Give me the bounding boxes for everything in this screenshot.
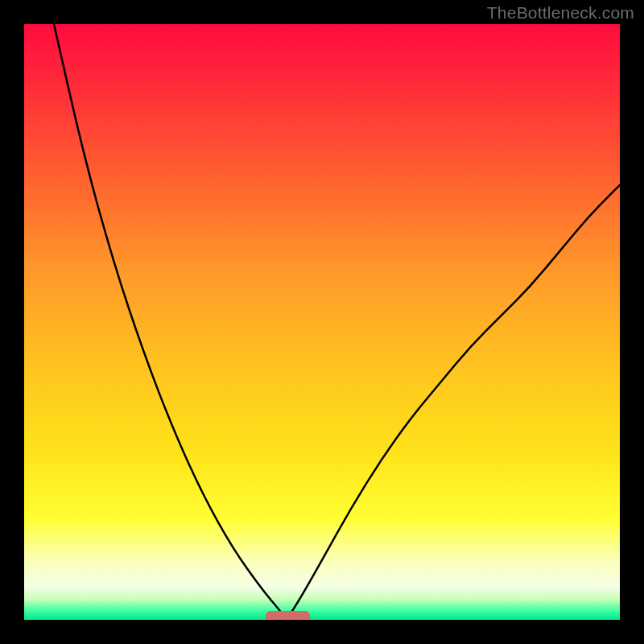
outer-frame: TheBottleneck.com: [0, 0, 644, 644]
watermark-text: TheBottleneck.com: [487, 3, 634, 23]
bottleneck-marker: [266, 611, 311, 620]
curve-left-branch: [54, 24, 287, 620]
curve-right-branch: [287, 185, 620, 620]
plot-area: [24, 24, 620, 620]
chart-curve: [24, 24, 620, 620]
